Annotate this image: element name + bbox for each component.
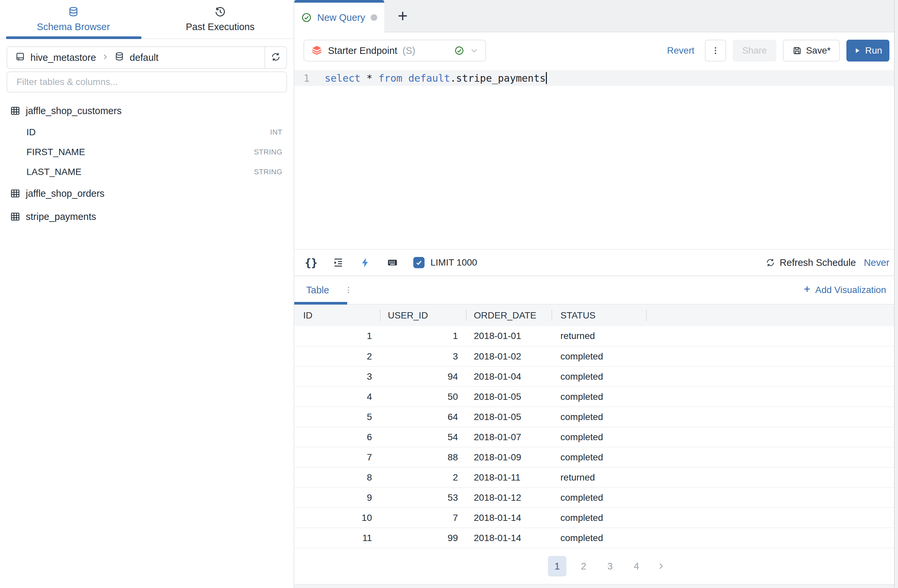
table-cell: 2018-01-12 — [466, 488, 552, 508]
sql-token — [373, 72, 378, 84]
schema-column-item[interactable]: LAST_NAMESTRING — [0, 162, 294, 182]
column-type: STRING — [254, 168, 282, 176]
table-cell: 94 — [381, 366, 466, 386]
catalog-icon — [15, 52, 25, 64]
table-cell: 2018-01-07 — [466, 427, 552, 447]
check-circle-icon — [454, 46, 464, 55]
table-row[interactable]: 3942018-01-04completed — [294, 366, 898, 386]
add-visualization-button[interactable]: Add Visualization — [803, 285, 886, 296]
table-cell: 2 — [294, 346, 381, 366]
column-type: INT — [270, 128, 282, 137]
results-table-header-row: IDUSER_IDORDER_DATESTATUS — [294, 305, 898, 326]
results-table-body: 112018-01-01returned232018-01-02complete… — [294, 326, 898, 548]
indent-button[interactable] — [332, 256, 344, 269]
limit-toggle[interactable]: LIMIT 1000 — [413, 257, 477, 268]
revert-button[interactable]: Revert — [663, 40, 698, 62]
breadcrumb-schema: default — [130, 52, 158, 63]
save-button[interactable]: Save* — [783, 40, 840, 62]
schema-table-item[interactable]: jaffle_shop_orders — [0, 182, 294, 205]
share-button[interactable]: Share — [733, 40, 777, 62]
column-header-order_date[interactable]: ORDER_DATE — [466, 305, 552, 326]
query-tab-bar: New Query + — [294, 0, 898, 32]
sql-token: default — [408, 72, 450, 84]
table-row[interactable]: 6542018-01-07completed — [294, 427, 898, 447]
table-row[interactable]: 232018-01-02completed — [294, 346, 898, 366]
schema-table-item[interactable]: jaffle_shop_customers — [0, 99, 294, 122]
editor-actions: Revert Share Save* — [663, 40, 889, 62]
table-cell: 11 — [294, 528, 381, 548]
table-cell: completed — [552, 366, 647, 386]
table-cell: 1 — [294, 326, 381, 346]
indent-icon — [333, 257, 344, 268]
sql-editor-line[interactable]: 1 select * from default.stripe_payments — [294, 70, 898, 86]
refresh-schema-button[interactable] — [264, 47, 286, 68]
unsaved-dot-icon — [371, 14, 377, 21]
limit-checkbox[interactable] — [413, 257, 424, 268]
sql-editor-panel: Starter Endpoint (S) Revert — [294, 32, 898, 249]
schema-breadcrumb[interactable]: hive_metastore default — [7, 47, 264, 68]
endpoint-name: Starter Endpoint — [328, 45, 397, 56]
schema-column-item[interactable]: FIRST_NAMESTRING — [0, 142, 294, 162]
page-button-2[interactable]: 2 — [574, 556, 593, 576]
endpoint-selector[interactable]: Starter Endpoint (S) — [303, 40, 486, 62]
results-table: IDUSER_IDORDER_DATESTATUS 112018-01-01re… — [294, 305, 898, 548]
table-row[interactable]: 5642018-01-05completed — [294, 407, 898, 427]
tab-table-view[interactable]: Table — [306, 285, 329, 296]
add-visualization-label: Add Visualization — [815, 285, 886, 296]
column-header-status[interactable]: STATUS — [552, 305, 647, 326]
refresh-icon — [271, 52, 281, 63]
tab-past-executions-label: Past Executions — [186, 22, 255, 32]
tab-past-executions[interactable]: Past Executions — [147, 0, 294, 38]
database-icon — [114, 52, 124, 64]
refresh-schedule-value[interactable]: Never — [864, 257, 889, 268]
table-row[interactable]: 112018-01-01returned — [294, 326, 898, 346]
table-row[interactable]: 7882018-01-09completed — [294, 447, 898, 467]
refresh-schedule-label: Refresh Schedule — [780, 257, 856, 268]
table-cell-filler — [647, 528, 898, 548]
table-grid-icon — [10, 106, 20, 116]
table-cell: 50 — [381, 386, 466, 407]
table-view-options-button[interactable] — [344, 286, 353, 294]
table-row[interactable]: 9532018-01-12completed — [294, 488, 898, 508]
column-header-filler — [647, 305, 898, 326]
column-name: ID — [26, 127, 36, 138]
sql-code: select * from default.stripe_payments — [325, 72, 547, 84]
table-cell: completed — [552, 447, 647, 467]
plus-icon — [803, 285, 811, 296]
sql-token: .stripe_payments — [450, 72, 546, 84]
table-cell: 99 — [381, 528, 466, 548]
column-header-user_id[interactable]: USER_ID — [381, 305, 466, 326]
editor-top-row: Starter Endpoint (S) Revert — [303, 40, 889, 62]
page-button-4[interactable]: 4 — [627, 556, 646, 576]
pagination: 1234 — [294, 548, 898, 584]
lightning-button[interactable] — [359, 256, 372, 269]
keyboard-shortcuts-button[interactable] — [386, 256, 399, 269]
next-page-button[interactable] — [654, 556, 668, 576]
tab-new-query[interactable]: New Query — [294, 0, 384, 32]
schema-column-item[interactable]: IDINT — [0, 122, 294, 142]
add-tab-button[interactable]: + — [384, 0, 421, 32]
sql-token — [402, 72, 408, 84]
tab-schema-browser[interactable]: Schema Browser — [0, 0, 147, 38]
table-row[interactable]: 822018-01-11returned — [294, 467, 898, 488]
table-row[interactable]: 1072018-01-14completed — [294, 508, 898, 528]
column-header-id[interactable]: ID — [294, 305, 381, 326]
run-button[interactable]: Run — [846, 40, 889, 62]
table-cell: returned — [552, 467, 647, 488]
kebab-icon — [711, 46, 720, 55]
table-cell-filler — [647, 488, 898, 508]
format-braces-button[interactable]: {} — [305, 256, 317, 269]
table-cell: completed — [552, 488, 647, 508]
table-row[interactable]: 11992018-01-14completed — [294, 528, 898, 548]
scrollbar-track[interactable] — [894, 0, 898, 588]
table-cell-filler — [647, 447, 898, 467]
sql-endpoint-icon — [311, 45, 323, 57]
page-button-3[interactable]: 3 — [601, 556, 619, 576]
table-row[interactable]: 4502018-01-05completed — [294, 386, 898, 407]
page-button-1[interactable]: 1 — [548, 556, 566, 576]
filter-input[interactable] — [16, 76, 278, 88]
more-options-button[interactable] — [705, 40, 726, 62]
tab-schema-browser-label: Schema Browser — [37, 22, 110, 32]
table-cell: 8 — [294, 467, 381, 488]
schema-table-item[interactable]: stripe_payments — [0, 205, 294, 228]
